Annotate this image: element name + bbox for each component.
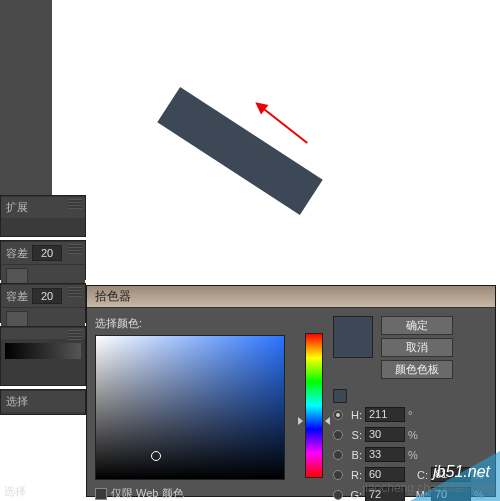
dialog-title: 拾色器 <box>95 288 131 305</box>
panel-tolerance-1[interactable]: 容差 20 <box>0 240 86 280</box>
dialog-titlebar[interactable]: 拾色器 <box>87 286 495 308</box>
h-input[interactable]: 211 <box>365 407 405 422</box>
old-color-swatch[interactable] <box>334 337 372 357</box>
watermark-credit: jiaocheng.chazidian.com <box>363 481 494 495</box>
panel-gradient[interactable] <box>0 326 86 386</box>
panel-stack: 扩展 容差 20 容差 20 选择 <box>0 195 86 418</box>
panel-tolerance-2[interactable]: 容差 20 <box>0 283 86 323</box>
tolerance-input[interactable]: 20 <box>32 245 62 261</box>
panel-menu-icon[interactable] <box>68 199 82 209</box>
b-label: B: <box>346 449 362 461</box>
swatches-button[interactable]: 颜色色板 <box>381 360 453 379</box>
mini-swatch <box>333 389 347 403</box>
select-footer-label: 选择 <box>4 484 26 499</box>
saturation-value-field[interactable] <box>95 335 285 480</box>
web-only-checkbox[interactable] <box>95 488 107 500</box>
r-radio[interactable] <box>333 470 343 480</box>
annotation-arrow <box>260 105 320 107</box>
r-label: R: <box>346 469 362 481</box>
b-input[interactable]: 33 <box>365 447 405 462</box>
hue-marker-icon[interactable] <box>302 417 326 425</box>
hue-radio[interactable] <box>333 410 343 420</box>
bri-radio[interactable] <box>333 450 343 460</box>
expand-label: 扩展 <box>6 200 28 215</box>
s-unit: % <box>408 429 420 441</box>
panel-select[interactable]: 选择 <box>0 389 86 415</box>
h-unit: ° <box>408 409 420 421</box>
tolerance-label: 容差 <box>6 289 28 304</box>
sv-marker-icon[interactable] <box>151 451 161 461</box>
g-radio[interactable] <box>333 490 343 500</box>
arrow-line <box>259 105 308 144</box>
panel-expand[interactable]: 扩展 <box>0 195 86 237</box>
panel-menu-icon[interactable] <box>68 244 82 254</box>
hue-slider[interactable] <box>305 333 323 478</box>
sat-radio[interactable] <box>333 430 343 440</box>
new-color-swatch <box>334 317 372 337</box>
ok-button[interactable]: 确定 <box>381 316 453 335</box>
g-label: G: <box>346 489 362 501</box>
color-preview-swatch <box>333 316 373 358</box>
select-label: 选择 <box>6 394 28 409</box>
web-only-label: 仅限 Web 颜色 <box>111 486 184 501</box>
cancel-button[interactable]: 取消 <box>381 338 453 357</box>
panel-menu-icon[interactable] <box>68 287 82 297</box>
app-dark-column <box>0 0 52 200</box>
s-label: S: <box>346 429 362 441</box>
tolerance-label: 容差 <box>6 246 28 261</box>
s-input[interactable]: 30 <box>365 427 405 442</box>
tolerance-input[interactable]: 20 <box>32 288 62 304</box>
select-color-label: 选择颜色: <box>95 316 295 331</box>
panel-menu-icon[interactable] <box>68 330 82 340</box>
watermark-site: jb51.net <box>433 463 490 481</box>
r-input[interactable]: 60 <box>365 467 405 482</box>
h-label: H: <box>346 409 362 421</box>
gradient-preview[interactable] <box>5 343 81 359</box>
